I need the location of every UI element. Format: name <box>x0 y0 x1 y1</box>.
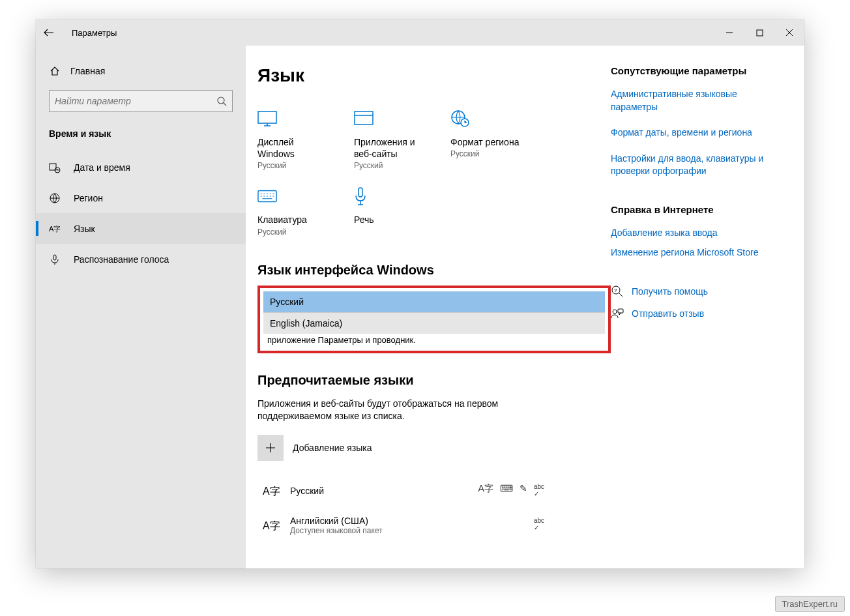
plus-icon <box>265 443 276 453</box>
search-input[interactable] <box>49 90 233 112</box>
titlebar: Параметры <box>36 20 804 46</box>
get-help-label: Получить помощь <box>632 286 708 297</box>
language-badges: A字 ⌨ ✎ abc✓ <box>478 483 544 497</box>
search-field[interactable] <box>55 96 216 106</box>
language-row-russian[interactable]: A字 Русский A字 ⌨ ✎ abc✓ <box>257 474 544 508</box>
description-partial: приложение Параметры и проводник. <box>263 334 605 347</box>
search-icon <box>216 96 227 106</box>
minimize-icon <box>725 29 733 37</box>
svg-rect-12 <box>359 188 362 197</box>
tile-region-format[interactable]: Формат региона Русский <box>450 109 521 170</box>
link-date-format[interactable]: Формат даты, времени и региона <box>611 126 785 139</box>
tile-label: Речь <box>354 214 424 226</box>
feedback-label: Отправить отзыв <box>632 308 704 319</box>
tile-speech[interactable]: Речь <box>354 186 424 236</box>
window-controls <box>714 20 804 46</box>
tile-display[interactable]: Дисплей Windows Русский <box>257 109 328 170</box>
language-sub: Доступен языковой пакет <box>290 526 383 535</box>
badge-tts-icon: ⌨ <box>500 483 513 497</box>
maximize-icon <box>756 29 763 37</box>
svg-text:A字: A字 <box>263 486 280 497</box>
tile-label: Клавиатура <box>257 214 328 226</box>
highlighted-dropdown-area: Русский English (Jamaica) приложение Пар… <box>257 286 611 353</box>
tile-sub: Русский <box>450 149 521 158</box>
tile-sub: Русский <box>257 161 328 170</box>
tile-apps[interactable]: Приложения и веб-сайты Русский <box>354 109 424 170</box>
tile-label: Приложения и веб-сайты <box>354 136 424 160</box>
minimize-button[interactable] <box>714 20 744 46</box>
category-title: Время и язык <box>36 128 246 152</box>
link-change-store-region[interactable]: Изменение региона Microsoft Store <box>611 246 785 259</box>
tile-label: Дисплей Windows <box>257 136 328 160</box>
language-glyph-icon: A字 <box>263 516 281 535</box>
sidebar-item-date-time[interactable]: Дата и время <box>36 152 246 183</box>
section-display-language: Язык интерфейса Windows <box>257 263 611 278</box>
language-name: Английский (США) <box>290 516 383 526</box>
tile-sub: Русский <box>354 161 424 170</box>
svg-rect-0 <box>757 30 763 36</box>
link-add-input-language[interactable]: Добавление языка ввода <box>611 227 785 240</box>
svg-rect-7 <box>258 111 276 123</box>
right-column: Сопутствующие параметры Административные… <box>611 46 804 568</box>
badge-spellcheck-icon: abc✓ <box>534 517 544 531</box>
svg-text:?: ? <box>614 287 617 293</box>
dropdown-option-russian[interactable]: Русский <box>263 291 605 313</box>
close-icon <box>785 29 793 37</box>
sidebar-item-label: Язык <box>74 224 95 234</box>
sidebar-item-region[interactable]: Регион <box>36 183 246 213</box>
sidebar-item-label: Регион <box>74 193 103 203</box>
dropdown-option-english-jamaica[interactable]: English (Jamaica) <box>263 313 605 334</box>
feedback-row[interactable]: Отправить отзыв <box>611 307 785 320</box>
svg-text:A字: A字 <box>263 520 280 531</box>
keyboard-icon <box>257 186 277 206</box>
sidebar-item-language[interactable]: A字 Язык <box>36 213 246 244</box>
home-label: Главная <box>70 66 105 76</box>
settings-window: Параметры Главная <box>36 20 804 568</box>
back-arrow-icon <box>44 27 54 38</box>
maximize-button[interactable] <box>744 20 774 46</box>
microphone-icon <box>354 186 374 206</box>
add-language-label: Добавление языка <box>293 443 372 453</box>
badge-spellcheck-icon: abc✓ <box>534 483 544 497</box>
sidebar-item-speech[interactable]: Распознавание голоса <box>36 244 246 274</box>
window-title: Параметры <box>72 28 117 38</box>
watermark: TrashExpert.ru <box>775 596 845 612</box>
svg-point-17 <box>613 310 617 314</box>
language-tiles: Дисплей Windows Русский Приложения и веб… <box>257 109 611 237</box>
calendar-clock-icon <box>49 162 61 173</box>
add-language-button[interactable] <box>257 435 284 461</box>
language-icon: A字 <box>49 223 61 235</box>
home-icon <box>49 65 61 77</box>
related-settings-section: Сопутствующие параметры Административные… <box>611 65 785 178</box>
globe-icon <box>49 192 61 204</box>
page-title: Язык <box>257 65 611 86</box>
web-help-section: Справка в Интернете Добавление языка вво… <box>611 204 785 259</box>
sidebar-item-label: Распознавание голоса <box>74 254 169 265</box>
tile-sub: Русский <box>257 227 328 237</box>
monitor-icon <box>257 109 277 128</box>
link-typing-settings[interactable]: Настройки для ввода, клавиатуры и провер… <box>611 153 785 178</box>
close-button[interactable] <box>774 20 804 46</box>
svg-point-1 <box>218 97 224 104</box>
tile-keyboard[interactable]: Клавиатура Русский <box>257 186 328 236</box>
language-badges: abc✓ <box>534 517 544 531</box>
tile-label: Формат региона <box>450 136 521 148</box>
sidebar: Главная Время и язык Дата и время Регио <box>36 46 246 568</box>
language-row-english-us[interactable]: A字 Английский (США) Доступен языковой па… <box>257 508 544 543</box>
svg-rect-18 <box>618 309 623 313</box>
related-settings-title: Сопутствующие параметры <box>611 65 785 76</box>
back-button[interactable] <box>36 20 62 46</box>
display-language-dropdown[interactable]: Русский English (Jamaica) <box>263 291 605 334</box>
get-help-row[interactable]: ? Получить помощь <box>611 285 785 298</box>
feedback-icon <box>611 307 624 320</box>
content: Язык Дисплей Windows Русский Приложения <box>246 46 611 568</box>
add-language-row[interactable]: Добавление языка <box>257 435 611 461</box>
language-name: Русский <box>290 486 324 496</box>
home-button[interactable]: Главная <box>36 59 246 90</box>
badge-handwriting-icon: ✎ <box>520 483 527 497</box>
link-admin-language[interactable]: Административные языковые параметры <box>611 88 785 113</box>
svg-rect-6 <box>53 255 56 260</box>
preferred-description: Приложения и веб-сайты будут отображатьс… <box>257 398 544 423</box>
window-icon <box>354 109 374 128</box>
svg-rect-8 <box>355 111 373 125</box>
